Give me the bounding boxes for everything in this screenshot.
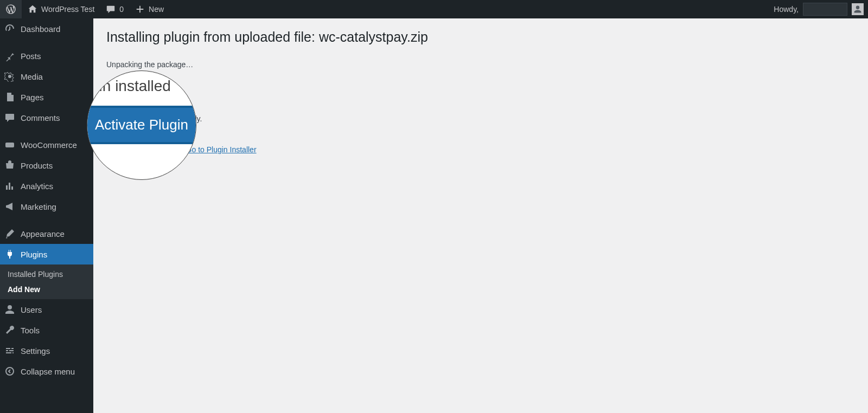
plug-icon — [4, 249, 15, 260]
sidebar-label: Settings — [21, 346, 50, 356]
dashboard-icon — [4, 23, 15, 34]
submenu-add-new[interactable]: Add New — [0, 282, 93, 297]
comments-count: 0 — [119, 5, 124, 14]
admin-toolbar: WordPress Test 0 New Howdy, — [0, 0, 868, 18]
new-label: New — [149, 5, 164, 14]
pin-icon — [4, 50, 15, 61]
zoom-lens-content: gin installed Activate Plugin — [87, 78, 196, 144]
submenu-installed-plugins[interactable]: Installed Plugins — [0, 267, 93, 282]
sidebar-label: Marketing — [21, 202, 56, 211]
sidebar-label: Appearance — [21, 229, 65, 238]
comments-link[interactable]: 0 — [100, 0, 129, 18]
sidebar-item-media[interactable]: Media — [0, 66, 93, 87]
zoom-activate-plugin-button[interactable]: Activate Plugin — [87, 108, 196, 142]
plus-icon — [135, 4, 145, 15]
howdy-text: Howdy, — [774, 5, 799, 14]
svg-point-2 — [6, 367, 14, 375]
analytics-icon — [4, 180, 15, 191]
svg-rect-1 — [5, 143, 14, 147]
sidebar-item-products[interactable]: Products — [0, 155, 93, 176]
sidebar-item-posts[interactable]: Posts — [0, 46, 93, 66]
user-icon — [4, 304, 15, 315]
new-content-link[interactable]: New — [129, 0, 169, 18]
menu-separator — [0, 217, 93, 223]
sidebar-item-users[interactable]: Users — [0, 299, 93, 320]
collapse-icon — [4, 366, 15, 377]
sidebar-item-dashboard[interactable]: Dashboard — [0, 18, 93, 39]
wrench-icon — [4, 325, 15, 335]
sidebar-item-pages[interactable]: Pages — [0, 87, 93, 107]
sidebar-label: Dashboard — [21, 24, 60, 34]
sidebar-label: Posts — [21, 51, 41, 61]
username-placeholder[interactable] — [803, 3, 847, 16]
sidebar-label: Collapse menu — [21, 367, 75, 376]
sidebar-item-settings[interactable]: Settings — [0, 340, 93, 361]
post-install-actions: Activate Plugin Go to Plugin Installer — [106, 141, 855, 158]
megaphone-icon — [4, 201, 15, 212]
sidebar-label: Analytics — [21, 182, 53, 191]
menu-separator — [0, 39, 93, 46]
status-unpacking: Unpacking the package… — [106, 60, 855, 69]
sliders-icon — [4, 345, 15, 356]
wp-logo-menu[interactable] — [0, 0, 22, 18]
sidebar-label: Tools — [21, 326, 40, 335]
products-icon — [4, 160, 15, 171]
status-success: Plugin installed successfully. — [106, 114, 855, 123]
sidebar-item-marketing[interactable]: Marketing — [0, 196, 93, 217]
site-title-link[interactable]: WordPress Test — [22, 0, 100, 18]
sidebar-label: Comments — [21, 113, 60, 122]
woocommerce-icon — [4, 139, 15, 150]
comment-icon — [4, 112, 15, 123]
sidebar-item-collapse[interactable]: Collapse menu — [0, 361, 93, 382]
sidebar-item-comments[interactable]: Comments — [0, 107, 93, 128]
sidebar-item-analytics[interactable]: Analytics — [0, 176, 93, 196]
admin-sidebar: Dashboard Posts Media Pages Comments Woo… — [0, 18, 93, 413]
admin-toolbar-left: WordPress Test 0 New — [0, 0, 169, 18]
sidebar-item-woocommerce[interactable]: WooCommerce — [0, 134, 93, 155]
zoom-button-frame: Activate Plugin — [87, 106, 196, 144]
zoom-lens-overlay: gin installed Activate Plugin — [87, 70, 196, 180]
sidebar-label: Plugins — [21, 250, 47, 259]
avatar[interactable] — [852, 3, 864, 15]
home-icon — [27, 4, 38, 15]
comment-icon — [105, 4, 116, 15]
sidebar-label: Users — [21, 305, 42, 314]
main-content: Installing plugin from uploaded file: wc… — [93, 18, 868, 413]
svg-point-0 — [8, 75, 11, 78]
sidebar-item-tools[interactable]: Tools — [0, 320, 93, 340]
menu-separator — [0, 128, 93, 134]
return-to-installer-link[interactable]: Go to Plugin Installer — [186, 145, 257, 154]
media-icon — [4, 71, 15, 82]
site-title-text: WordPress Test — [41, 5, 94, 14]
status-installing: Installing the plugin… — [106, 87, 855, 96]
admin-toolbar-right: Howdy, — [774, 3, 868, 16]
brush-icon — [4, 228, 15, 239]
sidebar-item-plugins[interactable]: Plugins — [0, 244, 93, 264]
page-icon — [4, 92, 15, 102]
sidebar-label: Media — [21, 72, 43, 81]
sidebar-label: WooCommerce — [21, 140, 77, 150]
sidebar-label: Pages — [21, 93, 44, 102]
page-title: Installing plugin from uploaded file: wc… — [106, 29, 855, 45]
sidebar-label: Products — [21, 161, 53, 170]
wordpress-logo-icon — [5, 4, 16, 15]
plugins-submenu: Installed Plugins Add New — [0, 264, 93, 299]
user-avatar-icon — [853, 5, 862, 14]
sidebar-item-appearance[interactable]: Appearance — [0, 223, 93, 244]
